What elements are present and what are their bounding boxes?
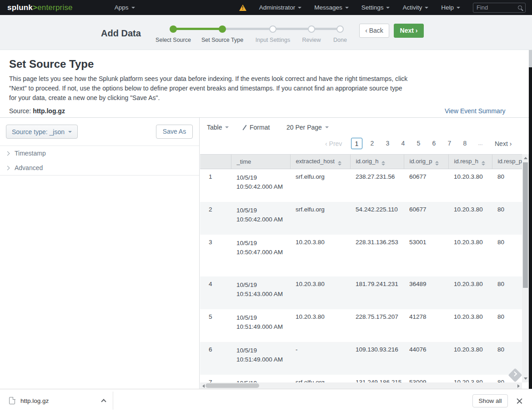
- cell-time-clock: 10:50:42.000 AM: [236, 182, 286, 191]
- find-input[interactable]: [477, 4, 513, 11]
- menu-settings[interactable]: Settings: [361, 4, 390, 11]
- cell-time: 10/5/1910:51:49.000 AM: [231, 309, 290, 342]
- column-header-id-resp-p[interactable]: id.resp_p: [492, 155, 522, 169]
- sort-down-arrow: [381, 164, 385, 166]
- chevron-up-icon[interactable]: [101, 399, 106, 404]
- browser-scrollbar-thumb[interactable]: [529, 50, 532, 67]
- source-line: Source: http.log.gz: [9, 107, 65, 115]
- column-header-label: id.resp_h: [454, 158, 478, 165]
- cell-time-clock: 10:50:47.000 AM: [236, 248, 286, 257]
- splunk-logo[interactable]: splunk>enterprise: [7, 3, 73, 12]
- table-row[interactable]: 310/5/1910:50:47.000 AM10.20.3.80228.31.…: [200, 235, 522, 276]
- pagination: 12345678...Next ›: [351, 138, 512, 149]
- find-search-box[interactable]: [473, 3, 526, 13]
- pagination-page-3[interactable]: 3: [382, 138, 393, 149]
- view-event-summary-link[interactable]: View Event Summary: [445, 107, 506, 115]
- section-timestamp[interactable]: Timestamp: [0, 146, 199, 161]
- per-page-dropdown[interactable]: 20 Per Page: [286, 124, 329, 131]
- scroll-left-arrow-icon[interactable]: [202, 384, 205, 388]
- column-header-rownum: [200, 155, 231, 169]
- column-header-id-orig-h[interactable]: id.orig_h: [350, 155, 404, 169]
- vertical-scroll-thumb[interactable]: [523, 162, 528, 288]
- horizontal-scroll-thumb[interactable]: [206, 383, 259, 388]
- pagination-page-4[interactable]: 4: [397, 138, 409, 149]
- column-header-time[interactable]: _time: [231, 155, 290, 169]
- chevron-down-icon: [425, 7, 428, 9]
- section-advanced[interactable]: Advanced: [0, 161, 199, 175]
- sort-icon[interactable]: [435, 161, 439, 166]
- column-header-label: id.orig_h: [356, 158, 379, 165]
- pagination-page-5[interactable]: 5: [413, 138, 424, 149]
- cell-id-orig-h: 181.79.241.231: [350, 276, 404, 309]
- chevron-down-icon: [345, 7, 349, 9]
- source-label: Source:: [9, 107, 31, 115]
- sort-icon[interactable]: [338, 161, 341, 166]
- menu-apps[interactable]: Apps: [115, 4, 135, 11]
- pagination-page-2[interactable]: 2: [366, 138, 378, 149]
- pagination-page-7[interactable]: 7: [444, 138, 455, 149]
- pagination-page-1[interactable]: 1: [351, 138, 362, 149]
- view-type-dropdown[interactable]: Table: [207, 124, 229, 131]
- cell-rownum: 3: [200, 235, 231, 276]
- chevron-down-icon: [325, 126, 329, 128]
- cell-extracted-host: 10.20.3.80: [290, 309, 350, 342]
- cell-id-resp-p: 80: [492, 276, 522, 309]
- table-row[interactable]: 210/5/1910:50:42.000 AMsrf.elfu.org54.24…: [200, 202, 522, 235]
- top-right-menus: Administrator Messages Settings Activity…: [239, 3, 526, 13]
- file-icon: [9, 397, 15, 404]
- sort-icon[interactable]: [381, 161, 385, 166]
- scroll-down-arrow-icon[interactable]: [524, 377, 527, 380]
- warning-icon[interactable]: [239, 5, 246, 11]
- pagination-page-6[interactable]: 6: [428, 138, 440, 149]
- cell-id-resp-p: 80: [492, 202, 522, 235]
- menu-administrator[interactable]: Administrator: [259, 4, 302, 11]
- menu-help[interactable]: Help: [441, 4, 460, 11]
- show-all-button[interactable]: Show all: [472, 394, 508, 407]
- wizard-step-circle-input-settings: [269, 25, 276, 33]
- table-vertical-scrollbar[interactable]: [522, 154, 529, 382]
- panel-top-divider: [0, 117, 529, 118]
- sort-down-arrow: [338, 164, 341, 166]
- column-header-extracted-host[interactable]: extracted_host: [290, 155, 350, 169]
- close-downloads-icon[interactable]: [516, 397, 523, 404]
- search-icon[interactable]: [518, 5, 522, 10]
- cell-id-resp-p: 80: [492, 169, 522, 202]
- pagination-page-8[interactable]: 8: [459, 138, 471, 149]
- table-row[interactable]: 410/5/1910:51:43.000 AM10.20.3.80181.79.…: [200, 276, 522, 309]
- back-button[interactable]: ‹ Back: [359, 24, 389, 38]
- scroll-up-arrow-icon[interactable]: [524, 157, 527, 159]
- column-header-label: id.resp_p: [498, 158, 522, 165]
- sort-up-arrow: [338, 161, 341, 163]
- watermark-chevron-icon: [512, 372, 517, 377]
- table-body: 110/5/1910:50:42.000 AMsrf.elfu.org238.2…: [200, 169, 522, 383]
- save-as-button[interactable]: Save As: [156, 125, 193, 139]
- sort-icon[interactable]: [482, 161, 485, 166]
- source-type-dropdown-label: Source type: _json: [12, 128, 65, 136]
- table-row[interactable]: 710/5/19srf.elfu.org131.249.186.21553009…: [200, 375, 522, 383]
- cell-id-orig-h: 228.75.175.207: [350, 309, 404, 342]
- cell-id-resp-h: 10.20.3.80: [448, 169, 492, 202]
- column-header-id-resp-h[interactable]: id.resp_h: [448, 155, 492, 169]
- cell-time: 10/5/1910:50:42.000 AM: [231, 202, 290, 235]
- source-type-dropdown[interactable]: Source type: _json: [6, 125, 78, 139]
- sort-up-arrow: [435, 161, 439, 163]
- format-button[interactable]: Format: [244, 124, 270, 131]
- table-horizontal-scrollbar[interactable]: [200, 382, 522, 389]
- menu-messages[interactable]: Messages: [314, 4, 349, 11]
- scroll-right-arrow-icon[interactable]: [517, 384, 520, 388]
- column-header-id-orig-p[interactable]: id.orig_p: [404, 155, 448, 169]
- pagination-ellipsis: ...: [475, 138, 486, 149]
- wizard-step-input-settings: Input Settings: [256, 37, 290, 43]
- cell-extracted-host: 10.20.3.80: [290, 235, 350, 276]
- cell-id-resp-h: 10.20.3.80: [448, 235, 492, 276]
- download-item[interactable]: http.log.gz: [9, 397, 105, 404]
- pagination-prev[interactable]: ‹ Prev: [325, 140, 342, 147]
- cell-time-date: 10/5/19: [236, 206, 286, 215]
- table-row[interactable]: 510/5/1910:51:49.000 AM10.20.3.80228.75.…: [200, 309, 522, 342]
- wizard-step-select-source: Select Source: [156, 37, 191, 43]
- menu-activity[interactable]: Activity: [402, 4, 428, 11]
- next-button[interactable]: Next ›: [394, 24, 424, 38]
- table-row[interactable]: 610/5/1910:51:49.000 AM-109.130.93.21644…: [200, 342, 522, 375]
- table-row[interactable]: 110/5/1910:50:42.000 AMsrf.elfu.org238.2…: [200, 169, 522, 202]
- pagination-next[interactable]: Next ›: [495, 140, 512, 147]
